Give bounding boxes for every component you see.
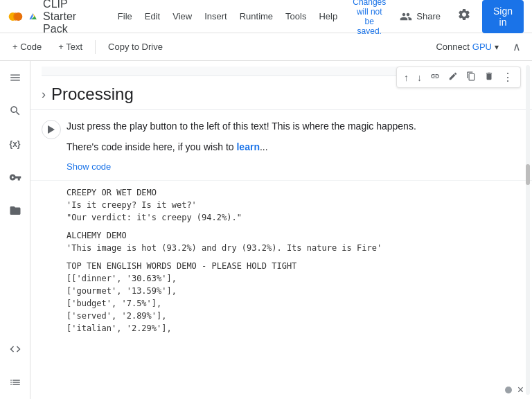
alchemy-label: ALCHEMY DEMO [66,229,521,242]
share-button[interactable]: Share [394,8,446,26]
section-title: Processing [51,85,134,104]
top-ten-line2: ['gourmet', '13.59%'], [66,285,521,297]
creepy-label: CREEPY OR WET DEMO [66,186,521,199]
cell-description-2: There's code inside here, if you wish to… [66,139,521,154]
copy-cell-button[interactable] [463,70,479,85]
add-code-button[interactable]: + Code [6,39,48,55]
menu-view[interactable]: View [167,8,197,24]
svg-point-2 [13,12,18,21]
creepy-line2: "Our verdict: it's creepy (94.2%)." [66,211,521,224]
menu-runtime[interactable]: Runtime [234,8,278,24]
creepy-line1: 'Is it creepy? Is it wet?' [66,199,521,211]
top-ten-line1: [['dinner', '30.63%'], [66,272,521,285]
connect-label: Connect [436,42,469,52]
top-ten-line4: ['served', '2.89%'], [66,310,521,322]
output-area: CREEPY OR WET DEMO 'Is it creepy? Is it … [30,181,532,346]
delete-cell-button[interactable] [481,70,497,85]
menu-file[interactable]: File [112,8,138,24]
toolbar: + Code + Text Copy to Drive Connect GPU … [0,33,532,61]
link-icon [430,71,440,81]
logo-area: CLIP Starter Pack [8,0,101,35]
main-layout: {x} ↑ ↓ [0,61,532,399]
sidebar-item-search[interactable] [4,100,26,122]
menu-help[interactable]: Help [313,8,343,24]
app-title: CLIP Starter Pack [43,0,101,35]
collapse-button[interactable]: ∧ [507,37,526,56]
top-bar: CLIP Starter Pack File Edit View Insert … [0,0,532,33]
top-ten-line3: ['budget', '7.5%'], [66,297,521,310]
gpu-label: GPU [472,42,492,52]
edit-button[interactable] [445,70,461,85]
cell-toolbar: ↑ ↓ ⋮ [396,66,521,88]
sidebar: {x} [0,61,30,399]
code-icon [9,343,21,355]
pencil-icon [448,71,458,81]
top-ten-label: TOP TEN ENGLISH WORDS DEMO - PLEASE HOLD… [66,260,521,272]
show-code-link[interactable]: Show code [66,161,111,172]
link-button[interactable] [427,70,443,85]
person-icon [400,10,412,23]
menu-icon [9,71,21,84]
play-button[interactable] [42,120,61,139]
sidebar-item-list[interactable] [4,371,26,393]
signin-button[interactable]: Sign in [482,0,524,33]
scrollbar-thumb[interactable] [526,164,530,185]
cell-row: Just press the play button to the left o… [42,118,521,172]
toolbar-divider [95,40,96,54]
menu-tools[interactable]: Tools [280,8,312,24]
folder-icon [9,204,21,217]
move-down-button[interactable]: ↓ [414,71,425,85]
code-cell: Just press the play button to the left o… [30,110,532,181]
learn-link[interactable]: learn [236,141,259,152]
key-icon [9,171,21,184]
output-creepy-section: CREEPY OR WET DEMO 'Is it creepy? Is it … [66,186,521,224]
status-dot[interactable] [505,387,512,393]
sidebar-item-code-diff[interactable] [4,338,26,360]
collapse-icon[interactable]: › [42,87,46,102]
chevron-down-icon[interactable]: ▾ [495,42,499,52]
play-icon [48,125,55,134]
list-icon [9,376,21,389]
sidebar-item-variables[interactable]: {x} [4,133,26,155]
cell-content: Just press the play button to the left o… [66,118,521,172]
menu-insert[interactable]: Insert [199,8,233,24]
scrollbar[interactable] [524,61,532,399]
gear-icon [457,8,471,21]
trash-icon [484,71,494,81]
svg-marker-6 [48,125,55,134]
move-up-button[interactable]: ↑ [401,71,411,85]
copy-drive-button[interactable]: Copy to Drive [101,39,170,55]
co-logo [8,6,23,28]
add-text-button[interactable]: + Text [51,39,89,55]
copy-icon [466,71,476,81]
content-area: ↑ ↓ ⋮ [30,61,532,399]
sidebar-item-menu[interactable] [4,66,26,89]
sidebar-item-secrets[interactable] [4,166,26,188]
settings-button[interactable] [454,5,474,28]
cell-description-1: Just press the play button to the left o… [66,118,521,134]
output-topten-section: TOP TEN ENGLISH WORDS DEMO - PLEASE HOLD… [66,260,521,335]
connect-button[interactable]: Connect GPU ▾ [430,39,504,55]
top-ten-line5: ['italian', '2.29%'], [66,322,521,335]
menu-edit[interactable]: Edit [139,8,166,24]
top-actions: Share Sign in [394,0,524,33]
output-alchemy-section: ALCHEMY DEMO 'This image is hot (93.2%) … [66,229,521,254]
alchemy-line1: 'This image is hot (93.2%) and dry (93.2… [66,242,521,254]
sidebar-item-files[interactable] [4,200,26,222]
more-options-button[interactable]: ⋮ [499,69,516,85]
close-status-button[interactable]: × [517,384,524,396]
search-icon [9,105,21,117]
changes-notice: Changes will not be saved. [353,0,386,36]
menu-bar: File Edit View Insert Runtime Tools Help… [112,0,394,36]
share-label: Share [416,11,441,21]
scrollbar-track [526,65,530,395]
gdrive-icon [28,10,37,24]
